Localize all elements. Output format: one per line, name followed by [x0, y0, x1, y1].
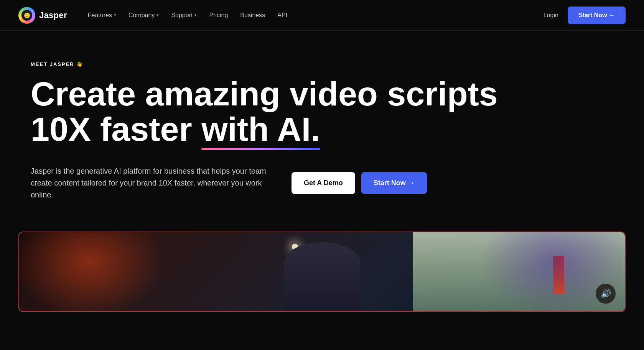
- nav-menu: Features ▾ Company ▾ Support ▾ Pricing B…: [82, 9, 544, 22]
- get-demo-button[interactable]: Get A Demo: [292, 172, 355, 194]
- outdoor-background: [413, 232, 625, 311]
- chevron-down-icon: ▾: [114, 13, 116, 18]
- video-container[interactable]: 🔊: [18, 232, 626, 312]
- hero-headline: Create amazing video scripts 10X faster …: [31, 76, 529, 150]
- video-background: [19, 232, 625, 311]
- hero-sub-row: Jasper is the generative AI platform for…: [31, 165, 613, 201]
- logo-link[interactable]: 🙂 Jasper: [18, 7, 67, 24]
- start-now-hero-button[interactable]: Start Now →: [361, 172, 427, 194]
- hero-cta: Get A Demo Start Now →: [292, 172, 427, 194]
- navbar: 🙂 Jasper Features ▾ Company ▾ Support ▾ …: [0, 0, 644, 31]
- nav-item-pricing[interactable]: Pricing: [204, 9, 233, 22]
- nav-item-api[interactable]: API: [272, 9, 293, 22]
- chevron-down-icon: ▾: [194, 13, 197, 18]
- nav-item-features[interactable]: Features ▾: [82, 9, 122, 22]
- video-scene: [19, 232, 625, 311]
- person-silhouette: [284, 242, 361, 311]
- hero-section: MEET JASPER 👋 Create amazing video scrip…: [0, 31, 644, 216]
- start-now-nav-button[interactable]: Start Now →: [568, 7, 626, 24]
- red-object: [553, 256, 564, 294]
- meet-label: MEET JASPER 👋: [31, 61, 613, 67]
- gradient-underline: [201, 148, 320, 150]
- hero-description: Jasper is the generative AI platform for…: [31, 165, 276, 201]
- nav-item-support[interactable]: Support ▾: [166, 9, 202, 22]
- chevron-down-icon: ▾: [156, 13, 159, 18]
- video-section: 🔊: [0, 216, 644, 312]
- logo-icon: 🙂: [18, 7, 35, 24]
- volume-button[interactable]: 🔊: [596, 284, 616, 304]
- logo-face-icon: 🙂: [21, 10, 32, 21]
- volume-icon: 🔊: [601, 289, 611, 299]
- nav-item-business[interactable]: Business: [235, 9, 270, 22]
- nav-item-company[interactable]: Company ▾: [123, 9, 164, 22]
- logo-text: Jasper: [39, 10, 67, 20]
- login-link[interactable]: Login: [544, 12, 558, 19]
- nav-right: Login Start Now →: [544, 7, 626, 24]
